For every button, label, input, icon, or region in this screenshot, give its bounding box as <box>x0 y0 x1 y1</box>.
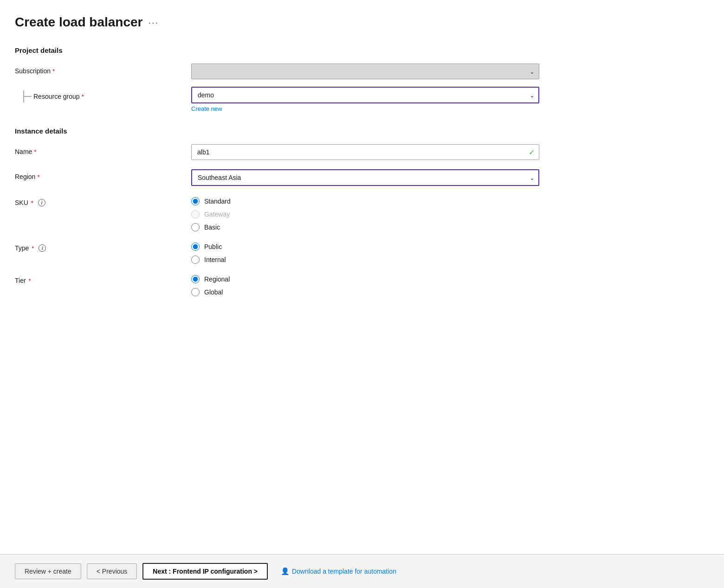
sku-radio-group: Standard Gateway Basic <box>191 195 539 231</box>
type-control: Public Internal <box>191 241 539 264</box>
resource-group-row: Resource group * demo ⌄ Create new <box>15 87 702 112</box>
sku-label: SKU <box>15 199 28 206</box>
tier-control: Regional Global <box>191 273 539 296</box>
type-public-radio[interactable] <box>191 243 200 251</box>
tier-row: Tier * Regional Global <box>15 273 702 296</box>
tier-regional-option[interactable]: Regional <box>191 275 539 283</box>
subscription-required: * <box>52 68 55 75</box>
sku-gateway-radio <box>191 210 200 218</box>
type-internal-radio[interactable] <box>191 256 200 264</box>
tier-global-option[interactable]: Global <box>191 288 539 296</box>
tier-global-radio[interactable] <box>191 288 200 296</box>
tier-label: Tier <box>15 277 26 284</box>
sku-basic-option[interactable]: Basic <box>191 223 539 231</box>
type-public-option[interactable]: Public <box>191 243 539 251</box>
tier-global-label: Global <box>204 288 223 296</box>
sku-gateway-label: Gateway <box>204 211 230 218</box>
subscription-row: Subscription * ⌄ <box>15 64 702 79</box>
type-label: Type <box>15 244 29 252</box>
sku-standard-option[interactable]: Standard <box>191 197 539 205</box>
name-control: ✓ <box>191 144 539 160</box>
tier-radio-group: Regional Global <box>191 273 539 296</box>
tier-regional-radio[interactable] <box>191 275 200 283</box>
ellipsis-button[interactable]: ··· <box>148 17 159 28</box>
download-template-icon: 👤 <box>281 567 290 575</box>
sku-standard-label: Standard <box>204 198 231 205</box>
region-label: Region <box>15 173 35 180</box>
review-create-button[interactable]: Review + create <box>15 563 81 579</box>
page-title: Create load balancer <box>15 15 142 30</box>
region-required: * <box>37 173 39 180</box>
tier-regional-label: Regional <box>204 275 230 283</box>
region-row: Region * Southeast Asia ⌄ <box>15 169 702 186</box>
name-row: Name * ✓ <box>15 144 702 160</box>
download-template-label: Download a template for automation <box>292 568 396 575</box>
type-internal-label: Internal <box>204 256 226 263</box>
sku-standard-radio[interactable] <box>191 197 200 205</box>
type-required: * <box>32 245 34 252</box>
sku-control: Standard Gateway Basic <box>191 195 539 231</box>
sku-required: * <box>31 199 33 206</box>
name-required: * <box>34 148 36 155</box>
instance-details-section: Instance details Name * ✓ Region * <box>15 127 702 296</box>
name-check-icon: ✓ <box>529 148 535 157</box>
type-public-label: Public <box>204 243 222 250</box>
previous-button[interactable]: < Previous <box>87 563 137 579</box>
download-template-link[interactable]: 👤 Download a template for automation <box>281 567 396 575</box>
resource-group-required: * <box>82 93 84 100</box>
instance-details-heading: Instance details <box>15 127 702 135</box>
project-details-section: Project details Subscription * ⌄ <box>15 46 702 112</box>
type-radio-group: Public Internal <box>191 241 539 264</box>
name-input[interactable] <box>191 144 539 160</box>
resource-group-control: demo ⌄ Create new <box>191 87 539 112</box>
next-button[interactable]: Next : Frontend IP configuration > <box>142 563 268 580</box>
resource-group-select[interactable]: demo <box>191 87 539 103</box>
resource-group-label: Resource group <box>33 93 80 100</box>
footer: Review + create < Previous Next : Fronte… <box>0 554 724 588</box>
region-select[interactable]: Southeast Asia <box>191 169 539 186</box>
name-label: Name <box>15 148 32 155</box>
sku-row: SKU * i Standard Gateway Basic <box>15 195 702 231</box>
subscription-control: ⌄ <box>191 64 539 79</box>
sku-basic-label: Basic <box>204 224 220 231</box>
type-internal-option[interactable]: Internal <box>191 256 539 264</box>
region-control: Southeast Asia ⌄ <box>191 169 539 186</box>
create-new-link[interactable]: Create new <box>191 105 222 112</box>
project-details-heading: Project details <box>15 46 702 54</box>
type-info-icon[interactable]: i <box>39 244 46 252</box>
tier-required: * <box>29 277 31 284</box>
sku-gateway-option: Gateway <box>191 210 539 218</box>
type-row: Type * i Public Internal <box>15 241 702 264</box>
subscription-select[interactable] <box>191 64 539 79</box>
sku-basic-radio[interactable] <box>191 223 200 231</box>
subscription-label: Subscription <box>15 67 51 75</box>
sku-info-icon[interactable]: i <box>38 199 45 206</box>
